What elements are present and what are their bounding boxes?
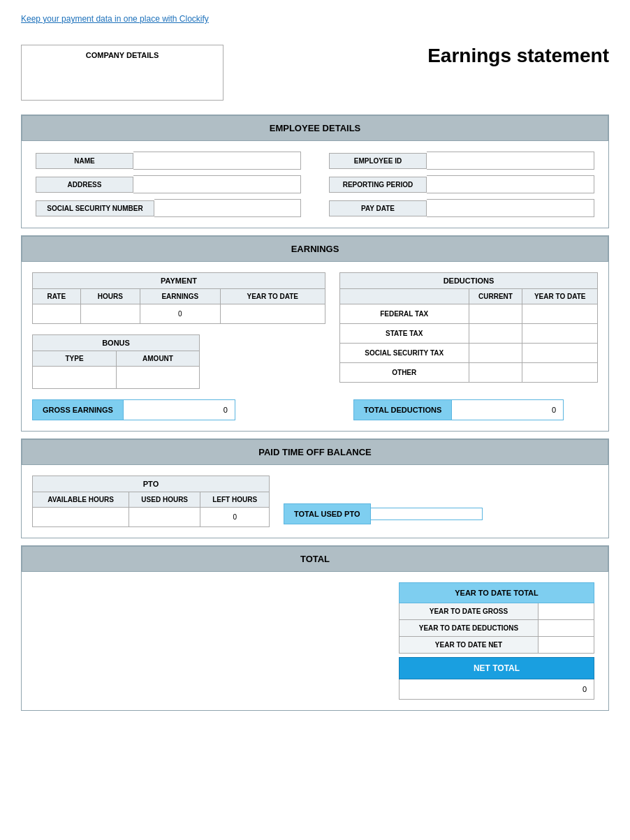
bonus-header: BONUS — [33, 335, 200, 351]
net-total-value[interactable]: 0 — [399, 679, 594, 700]
pto-table: PTO AVAILABLE HOURS USED HOURS LEFT HOUR… — [32, 476, 270, 527]
employee-id-field-row: EMPLOYEE ID — [329, 152, 594, 170]
ytd-deductions-row: YEAR TO DATE DEDUCTIONS — [399, 620, 594, 637]
total-deductions-value[interactable]: 0 — [452, 399, 564, 420]
deduction-state-row: STATE TAX — [340, 324, 598, 344]
reporting-period-label: REPORTING PERIOD — [329, 177, 427, 193]
ytd-header: YEAR TO DATE TOTAL — [399, 582, 594, 603]
deduction-ss-ytd[interactable] — [522, 344, 598, 363]
earnings-body: PAYMENT RATE HOURS EARNINGS YEAR TO DATE… — [22, 262, 608, 399]
pto-body: PTO AVAILABLE HOURS USED HOURS LEFT HOUR… — [22, 465, 608, 538]
deduction-other-row: OTHER — [340, 363, 598, 383]
deductions-table: DEDUCTIONS CURRENT YEAR TO DATE FEDERAL … — [339, 272, 598, 383]
pto-col-used: USED HOURS — [129, 492, 200, 508]
deductions-col-ytd: YEAR TO DATE — [522, 289, 598, 304]
deduction-state-current[interactable] — [469, 324, 522, 344]
net-total-label: NET TOTAL — [399, 657, 594, 679]
employee-details-body: NAME ADDRESS SOCIAL SECURITY NUMBER EMPL… — [22, 141, 608, 228]
pto-section: PAID TIME OFF BALANCE PTO AVAILABLE HOUR… — [21, 439, 609, 538]
deduction-federal-current[interactable] — [469, 304, 522, 324]
payment-table: PAYMENT RATE HOURS EARNINGS YEAR TO DATE… — [32, 272, 325, 324]
payment-hours[interactable] — [80, 304, 140, 324]
payment-earnings[interactable]: 0 — [140, 304, 220, 324]
employee-details-section: EMPLOYEE DETAILS NAME ADDRESS SOCIAL SEC… — [21, 115, 609, 228]
reporting-period-value[interactable] — [427, 175, 594, 193]
deductions-col-name — [340, 289, 469, 304]
clockify-link[interactable]: Keep your payment data in one place with… — [21, 14, 209, 24]
pto-header: PAID TIME OFF BALANCE — [22, 439, 608, 465]
ssn-label: SOCIAL SECURITY NUMBER — [36, 200, 154, 216]
total-used-pto-value[interactable] — [371, 508, 483, 520]
total-header: TOTAL — [22, 546, 608, 572]
employee-id-label: EMPLOYEE ID — [329, 153, 427, 169]
bonus-col-type: TYPE — [33, 351, 117, 367]
deduction-federal-row: FEDERAL TAX — [340, 304, 598, 324]
ytd-table-container: YEAR TO DATE TOTAL YEAR TO DATE GROSS YE… — [399, 582, 594, 700]
deductions-header: DEDUCTIONS — [340, 273, 598, 289]
gross-earnings-label: GROSS EARNINGS — [32, 399, 124, 420]
gross-earnings-value[interactable]: 0 — [124, 399, 235, 420]
bonus-table: BONUS TYPE AMOUNT — [32, 334, 200, 389]
payment-row: 0 — [33, 304, 325, 324]
payment-rate[interactable] — [33, 304, 81, 324]
page-title: Earnings statement — [427, 45, 609, 67]
deduction-ss-row: SOCIAL SECURITY TAX — [340, 344, 598, 363]
reporting-period-field-row: REPORTING PERIOD — [329, 175, 594, 193]
deduction-state-label: STATE TAX — [340, 324, 469, 344]
deduction-ss-label: SOCIAL SECURITY TAX — [340, 344, 469, 363]
employee-id-value[interactable] — [427, 152, 594, 170]
company-details-label: COMPANY DETAILS — [86, 51, 159, 59]
deduction-federal-label: FEDERAL TAX — [340, 304, 469, 324]
ytd-deductions-label: YEAR TO DATE DEDUCTIONS — [399, 620, 539, 637]
name-value[interactable] — [133, 152, 301, 170]
total-deductions-label: TOTAL DEDUCTIONS — [353, 399, 452, 420]
ytd-gross-row: YEAR TO DATE GROSS — [399, 603, 594, 620]
ytd-net-label: YEAR TO DATE NET — [399, 637, 539, 654]
bonus-amount[interactable] — [117, 367, 200, 389]
ytd-deductions-value[interactable] — [539, 620, 594, 637]
bonus-section: BONUS TYPE AMOUNT — [32, 334, 325, 389]
pto-left: PTO AVAILABLE HOURS USED HOURS LEFT HOUR… — [32, 476, 270, 527]
deductions-col-current: CURRENT — [469, 289, 522, 304]
deduction-federal-ytd[interactable] — [522, 304, 598, 324]
pto-available[interactable] — [33, 508, 129, 527]
deduction-other-label: OTHER — [340, 363, 469, 383]
employee-col-left: NAME ADDRESS SOCIAL SECURITY NUMBER — [36, 152, 301, 217]
ssn-value[interactable] — [154, 199, 301, 217]
address-value[interactable] — [133, 175, 301, 193]
pto-row: 0 — [33, 508, 270, 527]
payment-col-rate: RATE — [33, 289, 81, 304]
pto-table-header: PTO — [33, 476, 270, 492]
total-used-pto-label: TOTAL USED PTO — [284, 503, 371, 524]
payment-col-hours: HOURS — [80, 289, 140, 304]
pto-col-available: AVAILABLE HOURS — [33, 492, 129, 508]
address-label: ADDRESS — [36, 177, 133, 193]
earnings-left: PAYMENT RATE HOURS EARNINGS YEAR TO DATE… — [32, 272, 325, 389]
pto-left[interactable]: 0 — [200, 508, 270, 527]
header-section: COMPANY DETAILS Earnings statement — [21, 45, 609, 101]
bonus-type[interactable] — [33, 367, 117, 389]
earnings-right: DEDUCTIONS CURRENT YEAR TO DATE FEDERAL … — [339, 272, 598, 389]
ytd-net-row: YEAR TO DATE NET — [399, 637, 594, 654]
name-label: NAME — [36, 153, 133, 169]
bonus-row — [33, 367, 200, 389]
ssn-field-row: SOCIAL SECURITY NUMBER — [36, 199, 301, 217]
company-box: COMPANY DETAILS — [21, 45, 224, 101]
ytd-net-value[interactable] — [539, 637, 594, 654]
name-field-row: NAME — [36, 152, 301, 170]
deduction-ss-current[interactable] — [469, 344, 522, 363]
deduction-state-ytd[interactable] — [522, 324, 598, 344]
deduction-other-ytd[interactable] — [522, 363, 598, 383]
employee-col-right: EMPLOYEE ID REPORTING PERIOD PAY DATE — [329, 152, 594, 217]
pto-col-left: LEFT HOURS — [200, 492, 270, 508]
earnings-section: EARNINGS PAYMENT RATE HOURS EARNINGS YEA… — [21, 235, 609, 432]
pto-used[interactable] — [129, 508, 200, 527]
payment-header: PAYMENT — [33, 273, 325, 289]
pay-date-value[interactable] — [427, 199, 594, 217]
gross-earnings-box: GROSS EARNINGS 0 — [32, 399, 325, 420]
payment-ytd[interactable] — [220, 304, 325, 324]
pay-date-field-row: PAY DATE — [329, 199, 594, 217]
ytd-gross-value[interactable] — [539, 603, 594, 620]
pay-date-label: PAY DATE — [329, 200, 427, 216]
deduction-other-current[interactable] — [469, 363, 522, 383]
